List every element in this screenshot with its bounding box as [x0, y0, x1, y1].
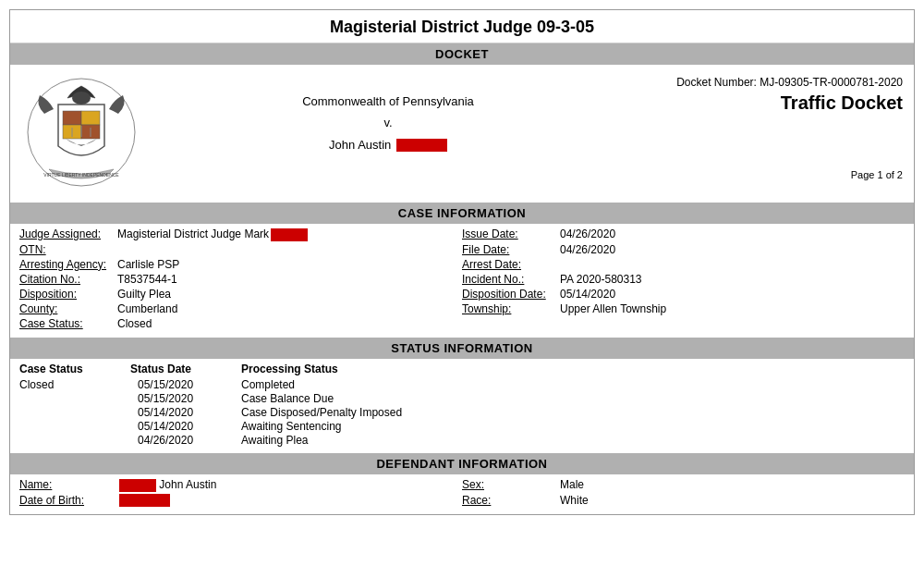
otn-label: OTN:	[19, 243, 112, 256]
citation-no-label: Citation No.:	[19, 273, 112, 286]
page-wrapper: Magisterial District Judge 09-3-05 DOCKE…	[9, 9, 915, 515]
case-info-row-4: Citation No.: T8537544-1 Incident No.: P…	[19, 273, 905, 286]
defendant-row-1: Name: John Austin Sex: Male	[19, 478, 905, 492]
incident-no-label: Incident No.:	[462, 273, 554, 286]
disposition-date-label: Disposition Date:	[462, 288, 554, 301]
file-date-label: File Date:	[462, 243, 554, 256]
name-label: Name:	[19, 478, 112, 492]
status-col-date: Status Date	[130, 363, 223, 375]
svg-rect-3	[81, 111, 100, 125]
arresting-agency-value: Carlisle PSP	[117, 258, 179, 271]
status-row: 04/26/2020 Awaiting Plea	[19, 434, 905, 447]
main-title: Magisterial District Judge 09-3-05	[10, 10, 914, 43]
page-number: Page 1 of 2	[626, 169, 903, 180]
docket-number: Docket Number: MJ-09305-TR-0000781-2020	[626, 76, 903, 89]
header-right: Docket Number: MJ-09305-TR-0000781-2020 …	[626, 72, 903, 195]
race-value: White	[560, 494, 589, 508]
status-col-processing: Processing Status	[241, 363, 905, 375]
svg-text:VIRTUE LIBERTY INDEPENDENCE: VIRTUE LIBERTY INDEPENDENCE	[43, 172, 119, 178]
citation-no-value: T8537544-1	[117, 273, 177, 286]
name-redacted	[119, 479, 156, 492]
judge-label: Judge Assigned:	[19, 228, 112, 241]
case-info-row-7: Case Status: Closed	[19, 317, 905, 330]
header-area: VIRTUE LIBERTY INDEPENDENCE Commonwealth…	[10, 65, 914, 203]
township-label: Township:	[462, 302, 554, 315]
case-info-row-2: OTN: File Date: 04/26/2020	[19, 243, 905, 256]
traffic-docket-title: Traffic Docket	[626, 92, 903, 114]
status-information-header: STATUS INFORMATION	[10, 338, 914, 359]
case-information-header: CASE INFORMATION	[10, 203, 914, 224]
status-col-case-status: Case Status	[19, 363, 112, 375]
defendant-info-section: Name: John Austin Sex: Male Date of Birt…	[10, 474, 914, 515]
status-col-headers: Case Status Status Date Processing Statu…	[19, 363, 905, 375]
status-row: 05/15/2020 Case Balance Due	[19, 392, 905, 405]
case-info-row-5: Disposition: Guilty Plea Disposition Dat…	[19, 288, 905, 301]
case-status-label: Case Status:	[19, 317, 112, 330]
defendant-redacted	[396, 139, 447, 152]
incident-no-value: PA 2020-580313	[560, 273, 642, 286]
case-info-row-3: Arresting Agency: Carlisle PSP Arrest Da…	[19, 258, 905, 271]
defendant-name-header: John Austin	[151, 134, 626, 155]
judge-value: Magisterial District Judge Mark	[117, 228, 308, 241]
township-value: Upper Allen Township	[560, 302, 666, 315]
defendant-information-header: DEFENDANT INFORMATION	[10, 453, 914, 474]
docket-header: DOCKET	[10, 43, 914, 65]
header-center: Commonwealth of Pennsylvania v. John Aus…	[151, 72, 626, 195]
file-date-value: 04/26/2020	[560, 243, 615, 256]
name-value: John Austin	[117, 478, 216, 492]
coat-of-arms-svg: VIRTUE LIBERTY INDEPENDENCE	[21, 72, 141, 192]
dob-redacted	[119, 494, 170, 507]
arrest-date-label: Arrest Date:	[462, 258, 554, 271]
svg-rect-2	[63, 111, 81, 125]
status-row: 05/14/2020 Case Disposed/Penalty Imposed	[19, 406, 905, 419]
commonwealth-text: Commonwealth of Pennsylvania	[151, 91, 626, 112]
case-info-section: Judge Assigned: Magisterial District Jud…	[10, 224, 914, 338]
status-row: 05/14/2020 Awaiting Sentencing	[19, 420, 905, 433]
disposition-label: Disposition:	[19, 288, 112, 301]
dob-label: Date of Birth:	[19, 494, 112, 508]
case-info-row-6: County: Cumberland Township: Upper Allen…	[19, 302, 905, 315]
dob-value	[117, 494, 170, 508]
case-status-value: Closed	[117, 317, 152, 330]
coat-of-arms: VIRTUE LIBERTY INDEPENDENCE	[21, 72, 151, 195]
v-text: v.	[151, 112, 626, 133]
sex-value: Male	[560, 478, 584, 492]
issue-date-value: 04/26/2020	[560, 228, 615, 241]
arresting-agency-label: Arresting Agency:	[19, 258, 112, 271]
status-row: Closed 05/15/2020 Completed	[19, 378, 905, 391]
issue-date-label: Issue Date:	[462, 228, 554, 241]
judge-redacted	[271, 228, 308, 241]
status-rows-container: Closed 05/15/2020 Completed 05/15/2020 C…	[19, 378, 905, 447]
race-label: Race:	[462, 494, 554, 508]
sex-label: Sex:	[462, 478, 554, 492]
disposition-value: Guilty Plea	[117, 288, 171, 301]
status-section: Case Status Status Date Processing Statu…	[10, 359, 914, 453]
case-info-row-1: Judge Assigned: Magisterial District Jud…	[19, 228, 905, 241]
county-value: Cumberland	[117, 302, 177, 315]
county-label: County:	[19, 302, 112, 315]
defendant-row-2: Date of Birth: Race: White	[19, 494, 905, 508]
disposition-date-value: 05/14/2020	[560, 288, 615, 301]
svg-point-1	[72, 92, 91, 105]
